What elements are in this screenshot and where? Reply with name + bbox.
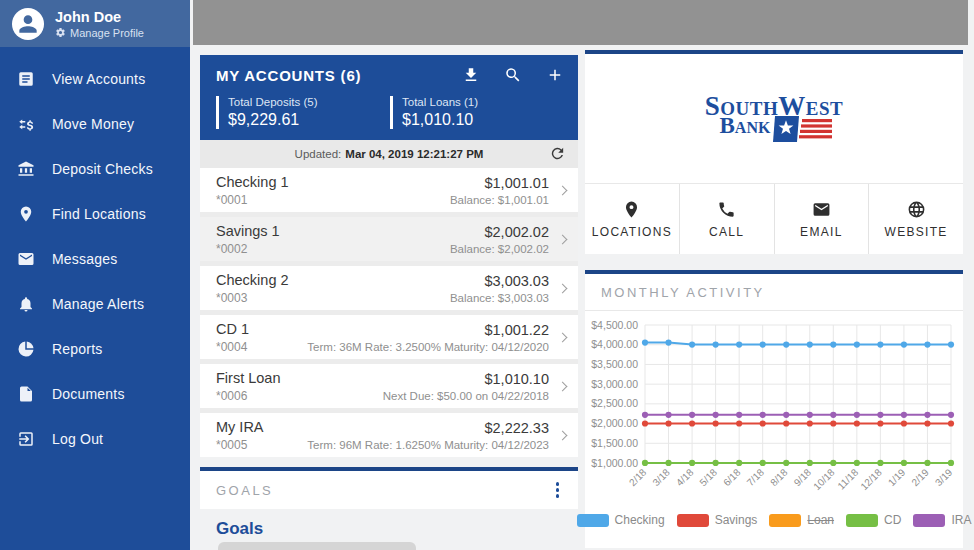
my-accounts-title: MY ACCOUNTS (6) — [216, 67, 361, 84]
svg-text:$4,000.00: $4,000.00 — [591, 338, 638, 350]
svg-text:2/18: 2/18 — [627, 466, 649, 488]
legend-swatch — [846, 514, 878, 527]
account-row-cd-1[interactable]: CD 1*0004 $1,001.22Term: 36M Rate: 3.250… — [200, 315, 578, 359]
monthly-activity-card: MONTHLY ACTIVITY $4,500.00$4,000.00$3,50… — [585, 270, 963, 548]
svg-text:8/18: 8/18 — [768, 466, 790, 488]
account-row-my-ira[interactable]: My IRA*0005 $2,222.33Term: 96M Rate: 1.6… — [200, 413, 578, 457]
avatar — [12, 8, 44, 40]
legend-label: IRA — [951, 513, 971, 527]
contact-bar: LOCATIONS CALL EMAIL WEBSITE — [585, 183, 963, 254]
chevron-right-icon — [558, 430, 568, 440]
sidebar-item-messages[interactable]: Messages — [0, 236, 190, 281]
svg-text:4/18: 4/18 — [674, 466, 696, 488]
legend-item-checking[interactable]: Checking — [577, 513, 665, 527]
sidebar: John Doe Manage Profile View Accounts Mo… — [0, 0, 190, 550]
add-account-icon[interactable] — [546, 66, 564, 84]
person-icon — [15, 11, 41, 37]
bell-icon — [17, 295, 35, 313]
legend-item-ira[interactable]: IRA — [913, 513, 971, 527]
svg-text:12/18: 12/18 — [858, 466, 884, 492]
refresh-icon[interactable] — [549, 145, 566, 162]
bank-logo-star-icon — [772, 116, 836, 142]
my-accounts-panel: MY ACCOUNTS (6) Total Deposits (5) $9,22… — [200, 55, 578, 457]
chart-legend: CheckingSavingsLoanCDIRA — [585, 513, 963, 527]
website-button[interactable]: WEBSITE — [869, 184, 963, 254]
svg-text:10/18: 10/18 — [811, 466, 837, 492]
accounts-icon — [17, 70, 35, 88]
legend-item-cd[interactable]: CD — [846, 513, 901, 527]
top-bar — [193, 0, 968, 45]
manage-profile-link[interactable]: Manage Profile — [55, 27, 144, 39]
kebab-menu-icon[interactable] — [553, 479, 563, 501]
updated-timestamp: Mar 04, 2019 12:21:27 PM — [345, 148, 483, 160]
svg-text:7/18: 7/18 — [745, 466, 767, 488]
chevron-right-icon — [558, 332, 568, 342]
call-button[interactable]: CALL — [680, 184, 775, 254]
account-row-savings-1[interactable]: Savings 1*0002 $2,002.02Balance: $2,002.… — [200, 217, 578, 261]
account-row-checking-2[interactable]: Checking 2*0003 $3,003.03Balance: $3,003… — [200, 266, 578, 310]
locations-button[interactable]: LOCATIONS — [585, 184, 680, 254]
svg-text:$2,000.00: $2,000.00 — [591, 417, 638, 429]
monthly-activity-chart: $4,500.00$4,000.00$3,500.00$3,000.00$2,5… — [585, 315, 963, 513]
bank-logo: SouthWest Bank — [705, 95, 843, 142]
svg-text:6/18: 6/18 — [721, 466, 743, 488]
phone-icon — [717, 200, 736, 219]
sidebar-item-deposit-checks[interactable]: Deposit Checks — [0, 146, 190, 191]
legend-swatch — [769, 514, 801, 527]
total-deposits: Total Deposits (5) $9,229.61 — [216, 96, 390, 129]
svg-text:$4,500.00: $4,500.00 — [591, 319, 638, 331]
sidebar-item-manage-alerts[interactable]: Manage Alerts — [0, 281, 190, 326]
document-icon — [17, 385, 35, 403]
sidebar-item-log-out[interactable]: Log Out — [0, 416, 190, 461]
legend-item-loan[interactable]: Loan — [769, 513, 834, 527]
pie-chart-icon — [17, 340, 35, 358]
svg-text:11/18: 11/18 — [835, 466, 860, 491]
download-icon[interactable] — [462, 66, 480, 84]
goals-header: GOALS — [216, 483, 273, 498]
svg-text:$3,500.00: $3,500.00 — [591, 358, 638, 370]
envelope-icon — [812, 200, 831, 219]
svg-text:5/18: 5/18 — [697, 466, 719, 488]
account-list: Checking 1*0001 $1,001.01Balance: $1,001… — [200, 168, 578, 457]
profile-header[interactable]: John Doe Manage Profile — [0, 0, 190, 47]
legend-item-savings[interactable]: Savings — [677, 513, 758, 527]
svg-text:$3,000.00: $3,000.00 — [591, 378, 638, 390]
chevron-right-icon — [558, 234, 568, 244]
svg-text:$1,500.00: $1,500.00 — [591, 437, 638, 449]
chevron-right-icon — [558, 185, 568, 195]
goals-card: GOALS — [200, 467, 578, 509]
sidebar-nav: View Accounts Move Money Deposit Checks … — [0, 47, 190, 461]
legend-swatch — [577, 514, 609, 527]
bank-icon — [17, 160, 35, 178]
sidebar-item-find-locations[interactable]: Find Locations — [0, 191, 190, 236]
goals-heading: Goals — [200, 509, 578, 539]
svg-text:3/19: 3/19 — [933, 466, 955, 488]
legend-label: Checking — [615, 513, 665, 527]
sidebar-item-move-money[interactable]: Move Money — [0, 101, 190, 146]
account-row-first-loan[interactable]: First Loan*0006 $1,010.10Next Due: $50.0… — [200, 364, 578, 408]
bank-logo-line2: Bank — [720, 116, 771, 136]
chevron-right-icon — [558, 283, 568, 293]
goals-widget-partial — [218, 542, 416, 550]
svg-text:3/18: 3/18 — [650, 466, 672, 488]
my-accounts-header: MY ACCOUNTS (6) Total Deposits (5) $9,22… — [200, 55, 578, 140]
legend-label: CD — [884, 513, 901, 527]
legend-swatch — [913, 514, 945, 527]
email-button[interactable]: EMAIL — [775, 184, 870, 254]
legend-label: Loan — [807, 513, 834, 527]
search-icon[interactable] — [504, 66, 522, 84]
logout-icon — [17, 430, 35, 448]
sidebar-item-view-accounts[interactable]: View Accounts — [0, 56, 190, 101]
location-pin-icon — [17, 205, 35, 223]
gear-icon — [55, 27, 66, 38]
sidebar-item-documents[interactable]: Documents — [0, 371, 190, 416]
account-row-checking-1[interactable]: Checking 1*0001 $1,001.01Balance: $1,001… — [200, 168, 578, 212]
user-name: John Doe — [55, 9, 144, 26]
sidebar-item-reports[interactable]: Reports — [0, 326, 190, 371]
location-pin-icon — [622, 200, 641, 219]
svg-text:$2,500.00: $2,500.00 — [591, 397, 638, 409]
move-money-icon — [17, 115, 35, 133]
chevron-right-icon — [558, 381, 568, 391]
bank-logo-card: SouthWest Bank — [585, 50, 963, 183]
total-loans: Total Loans (1) $1,010.10 — [390, 96, 564, 129]
